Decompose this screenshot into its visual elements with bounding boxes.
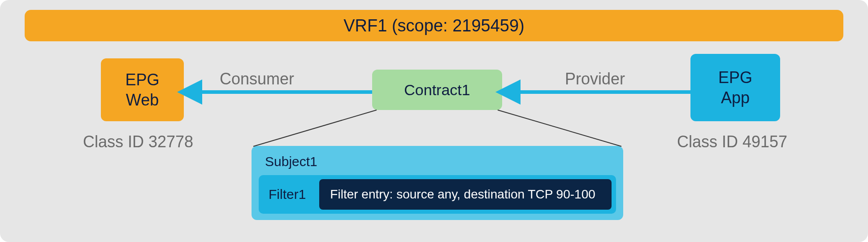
consumer-label: Consumer [220, 70, 294, 88]
filter-label: Filter1 [269, 187, 306, 202]
contract-box: Contract1 [372, 70, 502, 110]
epg-app-text: EPG App [718, 67, 752, 108]
filter-entry-box: Filter entry: source any, destination TC… [319, 179, 612, 210]
vrf-banner: VRF1 (scope: 2195459) [25, 10, 843, 41]
epg-app-box: EPG App [690, 54, 780, 121]
provider-label: Provider [565, 70, 625, 88]
contract-subject-connector-left [253, 110, 377, 146]
filter-entry-text: Filter entry: source any, destination TC… [330, 187, 595, 202]
epg-web-classid: Class ID 32778 [83, 132, 193, 151]
filter-box: Filter1 Filter entry: source any, destin… [259, 175, 616, 214]
epg-web-line2: Web [126, 91, 159, 109]
epg-app-classid: Class ID 49157 [677, 132, 787, 151]
epg-app-line1: EPG [718, 68, 752, 87]
epg-web-line1: EPG [125, 70, 159, 89]
diagram-canvas: VRF1 (scope: 2195459) EPG Web Class ID 3… [0, 0, 868, 242]
vrf-label: VRF1 (scope: 2195459) [343, 16, 524, 35]
epg-app-line2: App [721, 88, 750, 107]
subject-label: Subject1 [265, 154, 317, 169]
epg-web-box: EPG Web [101, 58, 184, 121]
contract-subject-connector-right [498, 110, 621, 146]
contract-label: Contract1 [404, 81, 470, 99]
epg-web-text: EPG Web [125, 70, 159, 110]
